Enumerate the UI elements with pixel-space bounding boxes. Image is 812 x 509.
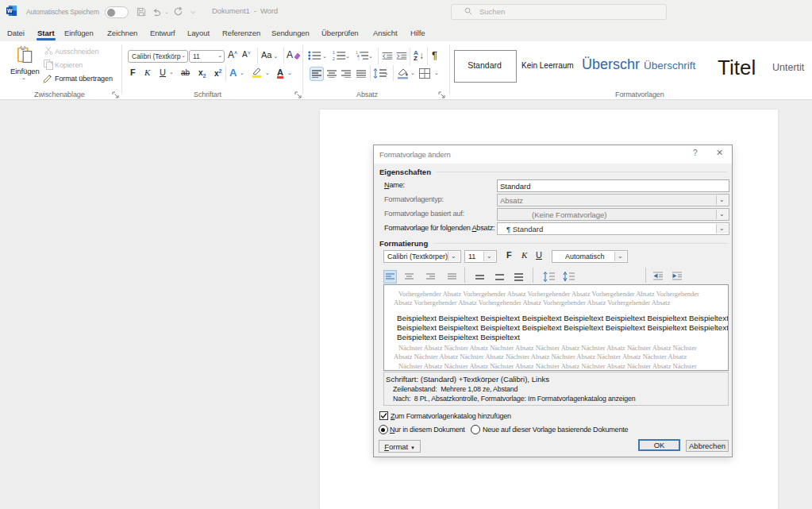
svg-text:1: 1	[333, 51, 335, 55]
svg-text:W: W	[7, 8, 13, 13]
svg-text:i: i	[359, 57, 360, 61]
svg-text:2: 2	[333, 57, 335, 61]
